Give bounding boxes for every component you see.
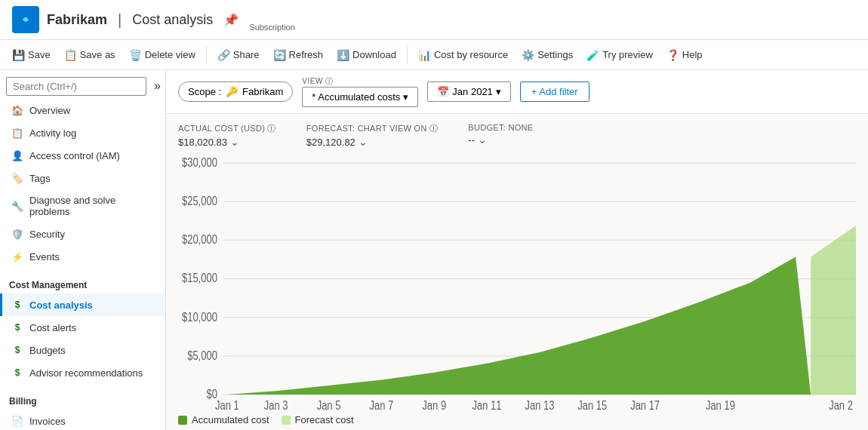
budgets-icon: $ [11, 344, 23, 356]
diagnose-icon: 🔧 [11, 200, 23, 212]
view-selector-group: VIEW ⓘ * Accumulated costs ▾ [302, 76, 418, 107]
sidebar-item-label: Activity log [29, 127, 76, 139]
delete-view-button[interactable]: 🗑️ Delete view [123, 46, 202, 64]
svg-text:Jan 15: Jan 15 [577, 398, 607, 411]
cost-management-section-header: Cost Management [0, 274, 165, 293]
sidebar-item-budgets[interactable]: $ Budgets [0, 339, 165, 361]
date-chevron-icon: ▾ [496, 86, 501, 97]
view-chevron-icon: ▾ [403, 91, 408, 103]
forecast-cost-label: FORECAST: CHART VIEW ON ⓘ [306, 123, 439, 134]
forecast-cost-value[interactable]: $29,120.82 ⌄ [306, 136, 439, 148]
sidebar-item-cost-alerts[interactable]: $ Cost alerts [0, 316, 165, 339]
svg-text:$15,000: $15,000 [182, 272, 217, 285]
svg-text:$30,000: $30,000 [182, 156, 217, 170]
save-icon: 💾 [12, 49, 25, 61]
sidebar-item-label: Overview [29, 105, 70, 116]
actual-cost-metric: ACTUAL COST (USD) ⓘ $18,020.83 ⌄ [178, 123, 276, 148]
events-icon: ⚡ [11, 250, 23, 263]
scope-button[interactable]: Scope : 🔑 Fabrikam [178, 81, 293, 102]
view-value: * Accumulated costs [312, 91, 400, 103]
accumulated-cost-legend-color [178, 416, 187, 425]
sidebar-item-activity-log[interactable]: 📋 Activity log [0, 121, 165, 144]
sidebar-item-advisor[interactable]: $ Advisor recommendations [0, 361, 165, 384]
svg-text:$10,000: $10,000 [182, 310, 217, 324]
forecast-cost-legend-label: Forecast cost [295, 414, 354, 425]
try-preview-button[interactable]: 🧪 Try preview [580, 46, 659, 64]
page-title: Cost analysis [132, 12, 213, 28]
settings-label: Settings [537, 49, 573, 60]
svg-text:Jan 2: Jan 2 [829, 398, 853, 411]
subscription-label: Subscription [249, 23, 295, 32]
svg-text:$25,000: $25,000 [182, 195, 217, 208]
brand-name: Fabrikam [47, 12, 107, 28]
help-icon: ❓ [666, 49, 679, 61]
svg-text:Jan 7: Jan 7 [370, 398, 394, 411]
delete-icon: 🗑️ [129, 49, 142, 61]
main-layout: » 🏠 Overview 📋 Activity log 👤 Access con… [0, 70, 868, 430]
date-value: Jan 2021 [452, 86, 493, 97]
view-button[interactable]: * Accumulated costs ▾ [302, 87, 418, 107]
search-input[interactable] [6, 77, 146, 96]
svg-text:Jan 5: Jan 5 [317, 398, 341, 411]
svg-text:$20,000: $20,000 [182, 233, 217, 247]
sidebar-item-tags[interactable]: 🏷️ Tags [0, 167, 165, 189]
calendar-icon: 📅 [437, 86, 449, 97]
security-icon: 🛡️ [11, 228, 23, 240]
save-as-icon: 📋 [64, 49, 77, 61]
actual-cost-chevron-icon: ⌄ [230, 136, 239, 148]
budget-value[interactable]: -- ⌄ [468, 134, 533, 146]
preview-icon: 🧪 [586, 49, 599, 61]
scope-icon: 🔑 [226, 86, 238, 97]
share-label: Share [233, 49, 260, 60]
collapse-sidebar-button[interactable]: » [149, 76, 165, 96]
save-button[interactable]: 💾 Save [6, 46, 57, 64]
svg-text:Jan 3: Jan 3 [264, 398, 288, 411]
sidebar-item-access-control[interactable]: 👤 Access control (IAM) [0, 144, 165, 167]
forecast-cost-legend: Forecast cost [282, 414, 354, 425]
sidebar: » 🏠 Overview 📋 Activity log 👤 Access con… [0, 70, 166, 430]
try-preview-label: Try preview [602, 49, 653, 60]
activity-log-icon: 📋 [11, 127, 23, 139]
metrics-row: ACTUAL COST (USD) ⓘ $18,020.83 ⌄ FORECAS… [166, 114, 868, 148]
invoices-icon: 📄 [11, 415, 23, 427]
save-label: Save [28, 49, 51, 60]
sidebar-item-cost-analysis[interactable]: $ Cost analysis [0, 293, 165, 316]
sidebar-item-diagnose[interactable]: 🔧 Diagnose and solve problems [0, 189, 165, 223]
sidebar-item-security[interactable]: 🛡️ Security [0, 223, 165, 245]
share-button[interactable]: 🔗 Share [211, 46, 266, 64]
sidebar-item-label: Cost alerts [29, 322, 76, 333]
refresh-button[interactable]: 🔄 Refresh [267, 46, 330, 64]
download-button[interactable]: ⬇️ Download [331, 46, 402, 64]
add-filter-button[interactable]: + Add filter [520, 81, 589, 102]
date-picker-button[interactable]: 📅 Jan 2021 ▾ [427, 81, 511, 102]
sidebar-item-label: Invoices [29, 416, 66, 427]
svg-text:Jan 11: Jan 11 [472, 398, 502, 411]
forecast-cost-legend-color [282, 416, 291, 425]
sidebar-search-area: » [0, 70, 165, 99]
sidebar-item-events[interactable]: ⚡ Events [0, 245, 165, 268]
sidebar-item-invoices[interactable]: 📄 Invoices [0, 410, 165, 430]
sidebar-item-label: Security [29, 229, 65, 240]
scope-value: Fabrikam [242, 86, 283, 97]
svg-text:Jan 1: Jan 1 [215, 398, 239, 411]
tags-icon: 🏷️ [11, 172, 23, 184]
scope-label: Scope : [188, 86, 221, 97]
save-as-label: Save as [80, 49, 115, 60]
actual-cost-value[interactable]: $18,020.83 ⌄ [178, 136, 276, 148]
sidebar-item-label: Events [29, 251, 60, 263]
add-filter-label: + Add filter [531, 86, 578, 97]
budget-metric: BUDGET: NONE -- ⌄ [468, 123, 533, 148]
sidebar-item-label: Access control (IAM) [29, 150, 120, 161]
accumulated-cost-legend: Accumulated cost [178, 414, 269, 425]
help-button[interactable]: ❓ Help [660, 46, 709, 64]
settings-button[interactable]: ⚙️ Settings [516, 46, 579, 64]
sidebar-item-label: Cost analysis [29, 299, 93, 311]
sidebar-item-overview[interactable]: 🏠 Overview [0, 99, 165, 121]
save-as-button[interactable]: 📋 Save as [58, 46, 122, 64]
pin-icon[interactable]: 📌 [223, 13, 239, 27]
share-icon: 🔗 [217, 49, 230, 61]
cost-by-resource-button[interactable]: 📊 Cost by resource [412, 46, 514, 64]
toolbar-divider-2 [407, 46, 408, 64]
accumulated-cost-legend-label: Accumulated cost [192, 414, 269, 425]
svg-text:$5,000: $5,000 [187, 349, 217, 363]
